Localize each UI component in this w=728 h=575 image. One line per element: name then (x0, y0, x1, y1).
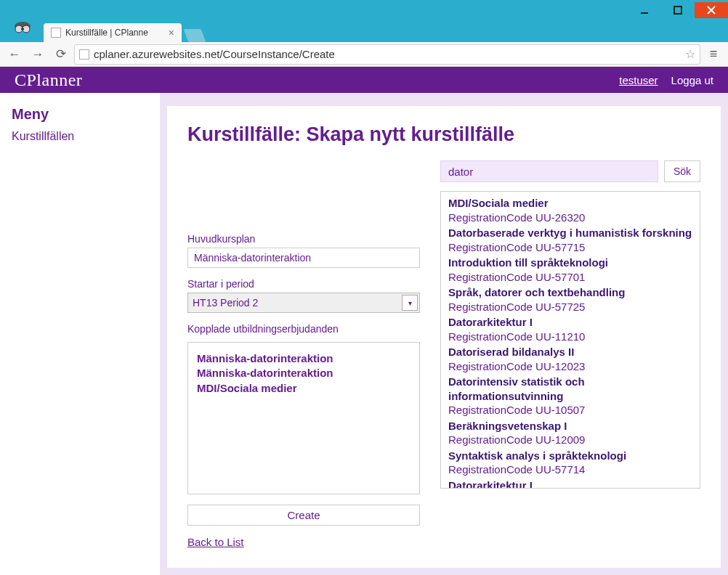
result-name[interactable]: Beräkningsvetenskap I (448, 419, 692, 433)
menu-button[interactable]: ≡ (703, 44, 724, 65)
svg-rect-1 (674, 7, 682, 14)
reload-button[interactable]: ⟳ (51, 44, 71, 65)
result-code: RegistrationCode UU-57725 (448, 300, 692, 314)
result-name[interactable]: Datorbaserade verktyg i humanistisk fors… (448, 226, 692, 240)
create-button[interactable]: Create (187, 505, 420, 526)
page-title: Kurstillfälle: Skapa nytt kurstillfälle (187, 123, 700, 146)
result-name[interactable]: Datoriserad bildanalys II (448, 345, 692, 359)
chevron-down-icon: ▾ (402, 295, 418, 311)
result-code: RegistrationCode UU-57715 (448, 240, 692, 255)
result-code: RegistrationCode UU-12009 (448, 433, 692, 447)
result-code: RegistrationCode UU-11210 (448, 330, 692, 344)
label-main-plan: Huvudkursplan (187, 233, 420, 245)
tab-title: Kurstillfälle | CPlanne (65, 28, 148, 38)
main-plan-input[interactable] (187, 248, 420, 268)
browser-tab[interactable]: Kurstillfälle | CPlanne × (44, 23, 182, 42)
sidebar: Meny Kurstillfällen (0, 93, 160, 575)
linked-item[interactable]: Människa-datorinteraktion (197, 366, 410, 380)
app-header: CPlanner testuser Logga ut (0, 67, 728, 93)
result-name[interactable]: Datorintensiv statistik och informations… (448, 375, 692, 403)
result-name[interactable]: MDI/Sociala medier (448, 196, 692, 211)
result-name[interactable]: Datorarkitektur I (448, 478, 692, 489)
result-name[interactable]: Språk, datorer och textbehandling (448, 285, 692, 300)
tab-close-icon[interactable]: × (169, 27, 174, 38)
brand-logo[interactable]: CPlanner (15, 70, 82, 90)
period-value: HT13 Period 2 (193, 297, 258, 309)
result-name[interactable]: Introduktion till språkteknologi (448, 256, 692, 270)
result-code: RegistrationCode UU-10507 (448, 403, 692, 417)
new-tab-button[interactable] (184, 29, 206, 42)
minimize-button[interactable] (628, 2, 661, 18)
back-to-list-link[interactable]: Back to List (187, 536, 244, 548)
linked-offerings-box: Människa-datorinteraktionMänniska-datori… (187, 342, 420, 494)
user-link[interactable]: testuser (619, 74, 658, 86)
bookmark-icon[interactable]: ☆ (685, 47, 695, 61)
page-icon (79, 49, 89, 60)
logout-link[interactable]: Logga ut (671, 74, 713, 86)
sidebar-item-kurstillfallen[interactable]: Kurstillfällen (12, 130, 74, 142)
incognito-icon (12, 19, 33, 36)
svg-rect-7 (21, 28, 24, 30)
close-button[interactable] (695, 2, 728, 18)
maximize-button[interactable] (661, 2, 695, 18)
label-linked: Kopplade utbildningserbjudanden (187, 323, 420, 335)
content-area: Kurstillfälle: Skapa nytt kurstillfälle … (167, 106, 721, 568)
url-text: cplaner.azurewebsites.net/CourseInstance… (94, 48, 335, 60)
back-button[interactable]: ← (4, 44, 25, 65)
sidebar-heading: Meny (12, 106, 148, 123)
linked-item[interactable]: Människa-datorinteraktion (197, 351, 410, 366)
result-code: RegistrationCode UU-57701 (448, 270, 692, 285)
forward-button[interactable]: → (28, 44, 48, 65)
browser-toolbar: ← → ⟳ cplaner.azurewebsites.net/CourseIn… (0, 42, 728, 67)
period-select[interactable]: HT13 Period 2 ▾ (187, 293, 420, 313)
result-code: RegistrationCode UU-57714 (448, 462, 692, 477)
search-results[interactable]: MDI/Sociala medierRegistrationCode UU-26… (440, 191, 700, 489)
search-input[interactable] (440, 160, 658, 182)
result-name[interactable]: Datorarkitektur I (448, 315, 692, 330)
result-code: RegistrationCode UU-26320 (448, 211, 692, 225)
page-icon (51, 28, 61, 38)
search-button[interactable]: Sök (664, 160, 700, 182)
label-period: Startar i period (187, 278, 420, 290)
linked-item[interactable]: MDI/Sociala medier (197, 381, 410, 396)
os-titlebar (0, 0, 728, 20)
result-name[interactable]: Syntaktisk analys i språkteknologi (448, 449, 692, 463)
result-code: RegistrationCode UU-12023 (448, 359, 692, 374)
address-bar[interactable]: cplaner.azurewebsites.net/CourseInstance… (74, 44, 700, 65)
browser-tabstrip: Kurstillfälle | CPlanne × (0, 20, 728, 42)
